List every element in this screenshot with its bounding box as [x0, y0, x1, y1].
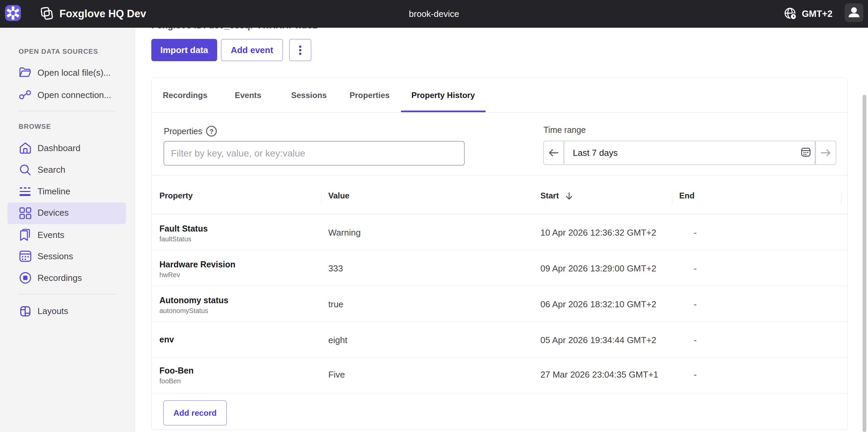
svg-text:?: ?: [209, 128, 213, 135]
